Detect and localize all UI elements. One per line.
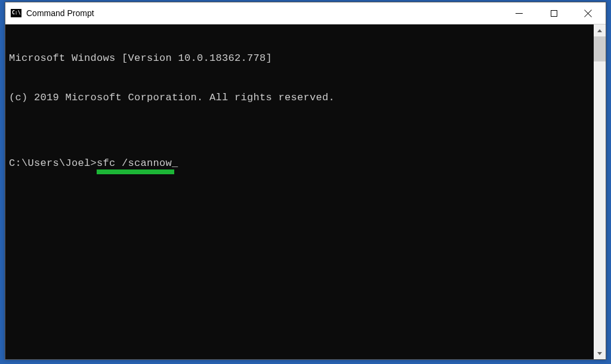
cmd-icon: C:\ [11, 9, 21, 17]
scroll-track[interactable] [594, 36, 606, 347]
cmd-icon-text: C:\ [12, 11, 20, 16]
command-text: sfc /scannow [97, 157, 172, 170]
copyright-line: (c) 2019 Microsoft Corporation. All righ… [9, 91, 590, 104]
highlight-underline [97, 169, 174, 174]
window-title: Command Prompt [26, 8, 502, 18]
chevron-down-icon [597, 352, 602, 355]
terminal-content[interactable]: Microsoft Windows [Version 10.0.18362.77… [5, 24, 594, 359]
chevron-up-icon [597, 29, 602, 32]
prompt-line: C:\Users\Joel>sfc /scannow_ [9, 157, 590, 170]
prompt-prefix: C:\Users\Joel> [9, 158, 97, 169]
maximize-button[interactable] [536, 2, 571, 24]
close-button[interactable] [571, 2, 606, 24]
titlebar-buttons [502, 2, 606, 24]
version-line: Microsoft Windows [Version 10.0.18362.77… [9, 52, 590, 65]
maximize-icon [551, 10, 557, 17]
text-cursor: _ [172, 157, 178, 170]
scroll-thumb[interactable] [594, 36, 606, 61]
vertical-scrollbar[interactable] [594, 24, 606, 359]
command-prompt-window: C:\ Command Prompt Microsoft Windows [Ve… [5, 2, 606, 360]
terminal-area: Microsoft Windows [Version 10.0.18362.77… [5, 24, 606, 359]
command-value: sfc /scannow [97, 158, 172, 169]
minimize-icon [516, 13, 523, 14]
titlebar[interactable]: C:\ Command Prompt [5, 2, 606, 24]
scroll-down-button[interactable] [594, 347, 606, 359]
close-icon [584, 9, 593, 17]
scroll-up-button[interactable] [594, 24, 606, 36]
minimize-button[interactable] [502, 2, 536, 24]
